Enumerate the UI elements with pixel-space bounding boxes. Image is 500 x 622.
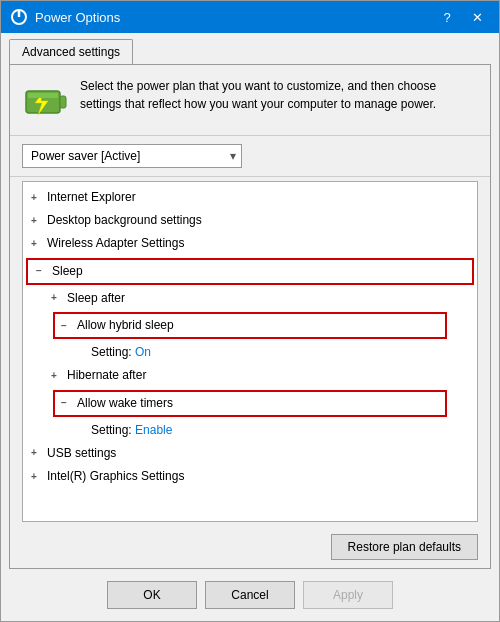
toggle-internet-explorer: + [31,190,43,206]
svg-rect-3 [60,96,66,108]
tree-item-intel-graphics[interactable]: + Intel(R) Graphics Settings [23,465,477,488]
restore-plan-defaults-button[interactable]: Restore plan defaults [331,534,478,560]
label-hybrid-sleep: Allow hybrid sleep [77,316,174,335]
toggle-usb-settings: + [31,445,43,461]
label-internet-explorer: Internet Explorer [47,188,136,207]
wake-timers-setting-label: Setting: [91,421,135,440]
title-bar: Power Options ? ✕ [1,1,499,33]
toggle-wireless-adapter: + [31,236,43,252]
help-button[interactable]: ? [433,3,461,31]
tree-item-hybrid-sleep[interactable]: − Allow hybrid sleep [55,314,445,337]
tree-item-hibernate-after[interactable]: + Hibernate after [23,364,477,387]
hybrid-sleep-highlight-box: − Allow hybrid sleep [53,312,447,339]
apply-button[interactable]: Apply [303,581,393,609]
label-desktop-background: Desktop background settings [47,211,202,230]
close-button[interactable]: ✕ [463,3,491,31]
tree-item-usb-settings[interactable]: + USB settings [23,442,477,465]
tree-item-hybrid-sleep-setting: Setting: On [23,341,477,364]
tab-advanced-settings[interactable]: Advanced settings [9,39,133,65]
label-intel-graphics: Intel(R) Graphics Settings [47,467,184,486]
tree-item-sleep-after[interactable]: + Sleep after [23,287,477,310]
title-bar-controls: ? ✕ [433,3,491,31]
toggle-desktop-background: + [31,213,43,229]
toggle-sleep-after: + [51,290,63,306]
battery-icon [22,77,70,125]
svg-rect-5 [28,93,58,98]
tree-item-desktop-background[interactable]: + Desktop background settings [23,209,477,232]
label-sleep-after: Sleep after [67,289,125,308]
window-title: Power Options [35,10,433,25]
hybrid-sleep-setting-value: On [135,343,151,362]
tree-item-wake-timers[interactable]: − Allow wake timers [55,392,445,415]
label-usb-settings: USB settings [47,444,116,463]
dropdown-area: Power saver [Active] [10,136,490,177]
tree-item-wireless-adapter[interactable]: + Wireless Adapter Settings [23,232,477,255]
label-sleep: Sleep [52,262,83,281]
toggle-hybrid-sleep: − [61,318,73,334]
toggle-wake-timers: − [61,395,73,411]
power-options-window: Power Options ? ✕ Advanced settings Sele… [0,0,500,622]
wake-timers-highlight-box: − Allow wake timers [53,390,447,417]
label-wireless-adapter: Wireless Adapter Settings [47,234,184,253]
tree-item-sleep[interactable]: − Sleep [28,260,472,283]
cancel-button[interactable]: Cancel [205,581,295,609]
tree-item-wake-timers-setting: Setting: Enable [23,419,477,442]
sleep-highlight-box: − Sleep [26,258,474,285]
toggle-sleep: − [36,263,48,279]
label-hibernate-after: Hibernate after [67,366,146,385]
wake-timers-setting-value: Enable [135,421,172,440]
ok-button[interactable]: OK [107,581,197,609]
content-area: Select the power plan that you want to c… [9,64,491,569]
toggle-intel-graphics: + [31,469,43,485]
plan-dropdown-wrapper[interactable]: Power saver [Active] [22,144,242,168]
tree-item-internet-explorer[interactable]: + Internet Explorer [23,186,477,209]
description-text: Select the power plan that you want to c… [80,77,478,113]
settings-tree[interactable]: + Internet Explorer + Desktop background… [22,181,478,522]
tab-bar: Advanced settings [1,33,499,64]
power-icon [9,7,29,27]
hybrid-sleep-setting-label: Setting: [91,343,135,362]
description-area: Select the power plan that you want to c… [10,65,490,136]
plan-dropdown[interactable]: Power saver [Active] [22,144,242,168]
restore-area: Restore plan defaults [10,526,490,568]
toggle-hibernate-after: + [51,368,63,384]
button-bar: OK Cancel Apply [1,569,499,621]
label-wake-timers: Allow wake timers [77,394,173,413]
